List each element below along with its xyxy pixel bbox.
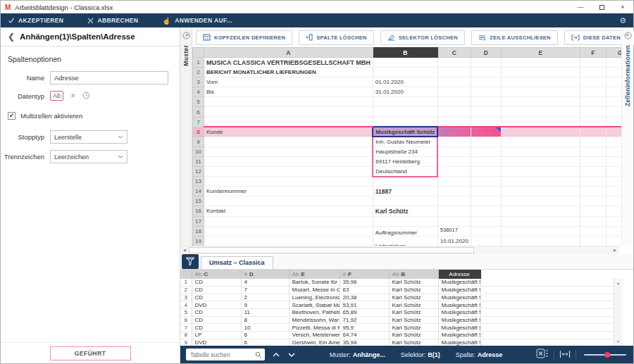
sheet-cell-A5[interactable] bbox=[204, 97, 373, 107]
sheet-cell-F17[interactable] bbox=[580, 216, 606, 226]
search-input[interactable] bbox=[190, 351, 255, 358]
sheet-cell-A9[interactable] bbox=[204, 137, 373, 146]
sheet-cell-C5[interactable] bbox=[437, 97, 471, 107]
sheet-cell-E3[interactable] bbox=[501, 77, 580, 87]
sheet-cell-G14[interactable] bbox=[606, 187, 621, 196]
settings-gear-icon[interactable]: ⚙ bbox=[619, 16, 626, 25]
preview-cell[interactable]: Scarlatti, Stabat Mater bbox=[289, 301, 340, 309]
sheet-cell-D17[interactable] bbox=[471, 216, 501, 226]
datatype-datetime-option clock-icon[interactable] bbox=[82, 89, 90, 102]
sheet-cell-A19[interactable] bbox=[204, 236, 373, 246]
sheet-cell-B17[interactable] bbox=[373, 216, 437, 226]
preview-column-header-E[interactable]: AbE bbox=[289, 270, 340, 279]
fit-column-width-icon[interactable] bbox=[559, 349, 571, 361]
sheet-cell-B9[interactable]: Inh. Gustav Neumeier bbox=[373, 137, 437, 146]
export-excel-icon[interactable] bbox=[536, 349, 549, 361]
sheet-cell-F1[interactable] bbox=[580, 58, 606, 68]
sheet-cell-D9[interactable] bbox=[471, 137, 501, 146]
sheet-cell-F8[interactable] bbox=[580, 127, 606, 137]
sheet-cell-G6[interactable] bbox=[606, 107, 621, 117]
sheet-cell-G5[interactable] bbox=[606, 97, 621, 107]
sheet-cell-E2[interactable] bbox=[501, 68, 580, 77]
preview-cell[interactable]: CD bbox=[192, 324, 241, 332]
sheet-cell-E16[interactable] bbox=[501, 206, 580, 216]
sheet-cell-G18[interactable] bbox=[606, 226, 621, 236]
sheet-cell-E12[interactable] bbox=[501, 167, 580, 177]
preview-cell[interactable]: Karl Schütz bbox=[389, 294, 438, 301]
sheet-cell-F15[interactable] bbox=[580, 196, 606, 206]
datatype-text-option[interactable]: Ab bbox=[50, 91, 63, 101]
sheet-cell-E14[interactable] bbox=[501, 187, 580, 196]
preview-cell[interactable]: 65,89 bbox=[340, 309, 389, 317]
sheet-cell-C1[interactable] bbox=[437, 58, 471, 68]
preview-cell[interactable]: Musikgeschäft Sc... bbox=[438, 339, 480, 346]
sheet-corner-cell[interactable] bbox=[193, 48, 204, 58]
scroll-down-arrow-icon[interactable]: ▼ bbox=[614, 337, 622, 346]
preview-cell[interactable]: 4 bbox=[241, 279, 289, 287]
sheet-row-header-10[interactable]: 10 bbox=[193, 146, 204, 156]
sheet-cell-E8[interactable] bbox=[501, 127, 580, 137]
sheet-cell-D15[interactable] bbox=[471, 196, 501, 206]
close-button[interactable]: × bbox=[612, 1, 633, 13]
sheet-cell-D3[interactable] bbox=[471, 77, 501, 87]
delete-selector-button[interactable]: SELEKTOR LÖSCHEN bbox=[380, 30, 465, 45]
preview-cell[interactable]: CD bbox=[192, 309, 241, 317]
sheet-cell-F9[interactable] bbox=[580, 137, 606, 146]
sheet-cell-E19[interactable] bbox=[501, 236, 580, 246]
preview-cell[interactable]: Karl Schütz bbox=[389, 287, 438, 294]
preview-cell[interactable]: Musikgeschäft Sc... bbox=[438, 316, 480, 324]
preview-cell[interactable]: Karl Schütz bbox=[389, 279, 438, 287]
sheet-cell-F12[interactable] bbox=[580, 167, 606, 177]
sheet-column-header-B[interactable]: B bbox=[373, 48, 437, 58]
expand-circle-icon[interactable] bbox=[624, 30, 632, 42]
sheet-cell-F5[interactable] bbox=[580, 97, 606, 107]
sheet-cell-A17[interactable] bbox=[204, 216, 373, 226]
sheet-cell-C6[interactable] bbox=[437, 107, 471, 117]
sheet-cell-D2[interactable] bbox=[471, 68, 501, 77]
sheet-cell-F13[interactable] bbox=[580, 177, 606, 187]
sheet-cell-G3[interactable] bbox=[606, 77, 621, 87]
sheet-cell-B6[interactable] bbox=[373, 107, 437, 117]
sheet-cell-A10[interactable] bbox=[204, 146, 373, 156]
multicell-check-row[interactable]: ✓ Multizellen aktivieren bbox=[1, 102, 180, 121]
preview-cell[interactable]: Musikgeschäft Sc... bbox=[438, 324, 480, 332]
sheet-column-header-E[interactable]: E bbox=[501, 48, 580, 58]
sheet-cell-C19[interactable]: 10.01.2020 bbox=[437, 236, 471, 246]
sheet-cell-B5[interactable] bbox=[373, 97, 437, 107]
sheet-cell-A12[interactable] bbox=[204, 167, 373, 177]
sheet-cell-A7[interactable] bbox=[204, 117, 373, 127]
sheet-cell-A16[interactable]: Kontakt bbox=[204, 206, 373, 216]
sheet-cell-C4[interactable] bbox=[437, 87, 471, 97]
sheet-cell-G11[interactable] bbox=[606, 156, 621, 166]
sheet-cell-B12[interactable]: Deutschland bbox=[373, 167, 437, 177]
preview-cell[interactable]: Musikgeschäft Sc... bbox=[438, 279, 480, 287]
sheet-row-header-15[interactable]: 15 bbox=[193, 196, 204, 206]
sheet-cell-E11[interactable] bbox=[501, 156, 580, 166]
preview-cell[interactable]: Mendelssohn, War M... bbox=[289, 316, 340, 324]
scroll-up-arrow-icon[interactable]: ▲ bbox=[614, 279, 622, 287]
sheet-cell-G9[interactable] bbox=[606, 137, 621, 146]
sheet-row-header-7[interactable]: 7 bbox=[193, 117, 204, 127]
sheet-cell-D8[interactable] bbox=[471, 127, 501, 137]
preview-cell[interactable]: 2 bbox=[241, 294, 289, 301]
sheet-cell-F2[interactable] bbox=[580, 68, 606, 77]
preview-cell[interactable]: 6 bbox=[241, 339, 289, 346]
sheet-cell-B18[interactable]: Auftragsnummer bbox=[373, 226, 437, 236]
sheet-cell-E6[interactable] bbox=[501, 107, 580, 117]
preview-cell[interactable]: Musikgeschäft Sc... bbox=[438, 309, 480, 317]
preview-cell[interactable]: 10 bbox=[241, 324, 289, 332]
sheet-cell-B16[interactable]: Karl Schütz bbox=[373, 206, 437, 216]
preview-cell[interactable]: 9 bbox=[241, 301, 289, 309]
preview-cell[interactable]: CD bbox=[192, 316, 241, 324]
sheet-cell-F4[interactable] bbox=[580, 87, 606, 97]
sheet-cell-D10[interactable] bbox=[471, 146, 501, 156]
zoom-slider[interactable] bbox=[584, 354, 626, 356]
sheet-cell-C3[interactable] bbox=[437, 77, 471, 87]
preview-cell[interactable]: Karl Schütz bbox=[389, 309, 438, 317]
sheet-horizontal-scrollbar[interactable]: ◀ ▶ bbox=[180, 246, 619, 254]
preview-cell[interactable]: 20,38 bbox=[340, 294, 389, 301]
preview-cell[interactable]: 6 bbox=[241, 332, 289, 339]
sheet-column-header-A[interactable]: A bbox=[204, 48, 373, 58]
preview-cell[interactable]: 63 bbox=[340, 287, 389, 294]
sheet-cell-B7[interactable] bbox=[373, 117, 437, 127]
